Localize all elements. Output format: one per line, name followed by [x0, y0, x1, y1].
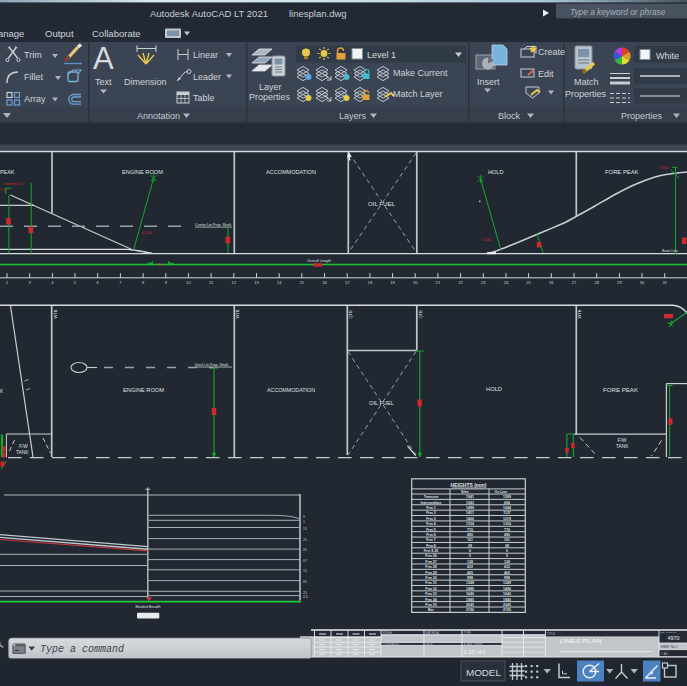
svg-text:OIL FUEL: OIL FUEL — [369, 400, 394, 406]
svg-text:OIL FUEL: OIL FUEL — [368, 201, 395, 207]
svg-text:30: 30 — [640, 280, 645, 285]
svg-text:Collaborate: Collaborate — [92, 28, 141, 39]
svg-text:Frm 9-25: Frm 9-25 — [424, 549, 439, 553]
svg-text:0: 0 — [506, 549, 508, 553]
svg-text:28: 28 — [505, 544, 509, 548]
svg-text:Fillet: Fillet — [24, 72, 44, 82]
svg-text:5: 5 — [469, 554, 471, 558]
svg-text:1945: 1945 — [503, 598, 511, 602]
svg-text:TOLERANCE: TOLERANCE — [383, 642, 400, 646]
svg-text:1: 1 — [303, 520, 305, 524]
svg-text:161: 161 — [504, 538, 510, 542]
svg-text:Array: Array — [24, 94, 46, 104]
svg-text:TYPE: TYPE — [464, 631, 472, 635]
svg-text:Output: Output — [45, 28, 74, 39]
svg-text:Frm 29: Frm 29 — [425, 571, 437, 575]
svg-text:A: A — [93, 41, 114, 76]
svg-text:128: 128 — [504, 560, 510, 564]
svg-text:25: 25 — [526, 280, 531, 285]
svg-text:Frm 3: Frm 3 — [426, 517, 436, 521]
svg-text:Frm 7: Frm 7 — [426, 538, 436, 542]
svg-text:26: 26 — [549, 280, 554, 285]
svg-text:WTB: WTB — [53, 309, 58, 318]
svg-text:05: 05 — [303, 548, 307, 552]
svg-text:Match Layer: Match Layer — [393, 89, 443, 99]
svg-text:490: 490 — [504, 533, 510, 537]
svg-text:9: 9 — [303, 515, 305, 519]
svg-text:18: 18 — [368, 280, 373, 285]
svg-text:128: 128 — [467, 560, 473, 564]
svg-text:ACCOMMODATION: ACCOMMODATION — [267, 387, 315, 393]
svg-text:SHEET No 1: SHEET No 1 — [661, 645, 678, 649]
svg-text:1354: 1354 — [466, 522, 474, 526]
svg-text:17: 17 — [345, 280, 350, 285]
svg-text:Layers: Layers — [339, 111, 367, 121]
svg-text:10: 10 — [186, 280, 191, 285]
svg-text:1249: 1249 — [466, 581, 474, 585]
svg-text:Frm 28: Frm 28 — [425, 565, 437, 569]
svg-text:Frm 2: Frm 2 — [426, 511, 436, 515]
svg-text:Frm 31: Frm 31 — [425, 581, 437, 585]
svg-text:998: 998 — [504, 576, 510, 580]
svg-text:19: 19 — [390, 280, 395, 285]
svg-text:MODEL: MODEL — [466, 667, 501, 678]
svg-text:Transom: Transom — [424, 495, 439, 499]
svg-text:Frm 33: Frm 33 — [425, 592, 437, 596]
svg-text:QTB: QTB — [418, 310, 423, 319]
svg-text:QTB: QTB — [348, 310, 353, 319]
svg-text:HEIGHTS (mm): HEIGHTS (mm) — [451, 482, 487, 488]
svg-text:161: 161 — [467, 538, 473, 542]
svg-text:Bar: Bar — [428, 608, 434, 612]
svg-text:1219: 1219 — [503, 517, 511, 521]
svg-text:1249: 1249 — [503, 581, 511, 585]
svg-text:Annotation: Annotation — [137, 111, 180, 121]
svg-text:HOLD: HOLD — [486, 386, 502, 392]
svg-text:Make Current: Make Current — [393, 68, 448, 78]
svg-text:770: 770 — [504, 528, 510, 532]
svg-text:23: 23 — [481, 280, 486, 285]
svg-text:20: 20 — [413, 280, 418, 285]
svg-text:ENGINE ROOM: ENGINE ROOM — [122, 168, 163, 175]
svg-text:15: 15 — [303, 527, 307, 531]
svg-text:Leader: Leader — [193, 72, 221, 82]
svg-text:5: 5 — [506, 554, 508, 558]
svg-text:2190: 2190 — [466, 608, 474, 612]
svg-text:2190: 2190 — [503, 608, 511, 612]
svg-text:ENGINE ROOM: ENGINE ROOM — [123, 387, 164, 393]
svg-text:Trim: Trim — [24, 50, 42, 60]
svg-text:Linear: Linear — [193, 50, 218, 60]
svg-text:Level 1: Level 1 — [367, 50, 396, 60]
svg-text:1490: 1490 — [466, 587, 474, 591]
svg-text:1640: 1640 — [466, 592, 474, 596]
svg-text:14: 14 — [277, 280, 282, 285]
svg-text:1354: 1354 — [503, 522, 511, 526]
svg-text:Frm 34: Frm 34 — [425, 598, 437, 602]
svg-text:WTB: WTB — [235, 309, 240, 318]
svg-text:Type a keyword or phrase: Type a keyword or phrase — [570, 7, 666, 17]
svg-text:1289: 1289 — [503, 495, 511, 499]
svg-text:sheerline 4.5: sheerline 4.5 — [4, 182, 24, 186]
svg-text:Frm 32: Frm 32 — [425, 587, 437, 591]
svg-text:11: 11 — [209, 280, 214, 285]
svg-text:1941: 1941 — [466, 495, 474, 499]
svg-text:linesplan.dwg: linesplan.dwg — [289, 8, 347, 19]
svg-text:2.7s: 2.7s — [0, 188, 7, 192]
svg-text:© A4: © A4 — [661, 652, 668, 656]
svg-text:28: 28 — [594, 280, 599, 285]
svg-text:Moulded Breadth: Moulded Breadth — [136, 605, 161, 609]
svg-text:White: White — [656, 51, 679, 61]
svg-text:SCALE / SHEET: SCALE / SHEET — [464, 642, 484, 646]
svg-text:FINISH: FINISH — [383, 631, 392, 635]
svg-text:16: 16 — [322, 280, 327, 285]
svg-text:4970: 4970 — [668, 635, 680, 641]
svg-text:Frm 4: Frm 4 — [426, 522, 436, 526]
svg-text:13: 13 — [254, 280, 259, 285]
svg-text:12: 12 — [232, 280, 237, 285]
svg-text:31: 31 — [662, 280, 667, 285]
svg-text:F/W: F/W — [19, 444, 28, 449]
svg-text:Properties: Properties — [621, 111, 663, 121]
svg-text:998: 998 — [467, 576, 473, 580]
svg-text:Layer: Layer — [259, 82, 282, 92]
svg-text:FORE PEAK: FORE PEAK — [605, 169, 639, 175]
svg-text:FORE PEAK: FORE PEAK — [603, 387, 638, 393]
